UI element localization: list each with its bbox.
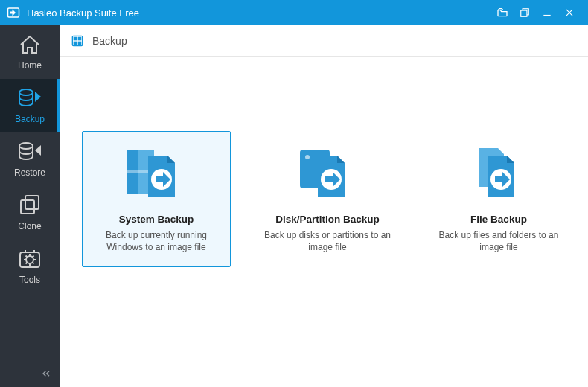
card-disk-partition-backup[interactable]: Disk/Partition Backup Back up disks or p… <box>253 131 402 267</box>
svg-rect-14 <box>78 37 80 39</box>
svg-rect-13 <box>74 37 76 39</box>
svg-rect-9 <box>25 196 39 209</box>
sidebar-item-label: Clone <box>18 221 41 231</box>
restore-window-button[interactable] <box>514 0 536 25</box>
svg-rect-16 <box>78 42 80 44</box>
close-button[interactable] <box>558 0 581 25</box>
svg-rect-2 <box>521 10 527 16</box>
svg-rect-8 <box>21 200 34 214</box>
svg-point-7 <box>19 143 33 149</box>
app-body: Home Backup Restore Clone <box>0 25 588 387</box>
svg-point-6 <box>19 89 33 95</box>
tools-icon <box>17 248 42 270</box>
page-header: Backup <box>60 25 588 57</box>
app-window: Hasleo Backup Suite Free Home <box>0 0 588 387</box>
disk-backup-icon <box>261 142 394 205</box>
chevrons-left-icon <box>40 368 52 382</box>
svg-rect-15 <box>74 42 76 44</box>
card-system-backup[interactable]: System Backup Back up currently running … <box>82 131 231 267</box>
card-file-backup[interactable]: File Backup Back up files and folders to… <box>424 131 573 267</box>
sidebar-item-label: Home <box>18 60 42 71</box>
page-title: Backup <box>92 35 127 47</box>
svg-point-22 <box>305 155 310 159</box>
file-backup-icon <box>432 142 565 205</box>
system-backup-icon <box>90 142 223 205</box>
grid-icon <box>71 35 83 47</box>
card-title: System Backup <box>90 214 223 225</box>
open-folder-button[interactable] <box>491 0 514 25</box>
card-desc: Back up files and folders to an image fi… <box>432 229 565 253</box>
sidebar-item-restore[interactable]: Restore <box>0 132 60 186</box>
sidebar-item-tools[interactable]: Tools <box>0 240 60 293</box>
sidebar: Home Backup Restore Clone <box>0 25 60 387</box>
sidebar-item-label: Backup <box>15 114 45 124</box>
home-icon <box>17 33 42 56</box>
titlebar: Hasleo Backup Suite Free <box>0 0 588 25</box>
sidebar-item-backup[interactable]: Backup <box>0 79 60 132</box>
sidebar-collapse-button[interactable] <box>0 362 60 387</box>
card-desc: Back up currently running Windows to an … <box>90 229 223 253</box>
card-title: Disk/Partition Backup <box>261 214 394 225</box>
app-logo-icon <box>6 5 21 20</box>
main-content: Backup <box>60 25 588 387</box>
sidebar-item-clone[interactable]: Clone <box>0 186 60 240</box>
sidebar-item-home[interactable]: Home <box>0 25 60 79</box>
app-title: Hasleo Backup Suite Free <box>27 7 139 19</box>
minimize-button[interactable] <box>536 0 558 25</box>
sidebar-item-label: Restore <box>14 167 45 178</box>
card-title: File Backup <box>432 214 565 225</box>
clone-icon <box>17 194 42 217</box>
backup-options: System Backup Back up currently running … <box>60 57 588 387</box>
sidebar-item-label: Tools <box>19 275 40 285</box>
backup-icon <box>17 87 42 109</box>
card-desc: Back up disks or partitions to an image … <box>261 229 394 253</box>
restore-icon <box>17 141 42 163</box>
